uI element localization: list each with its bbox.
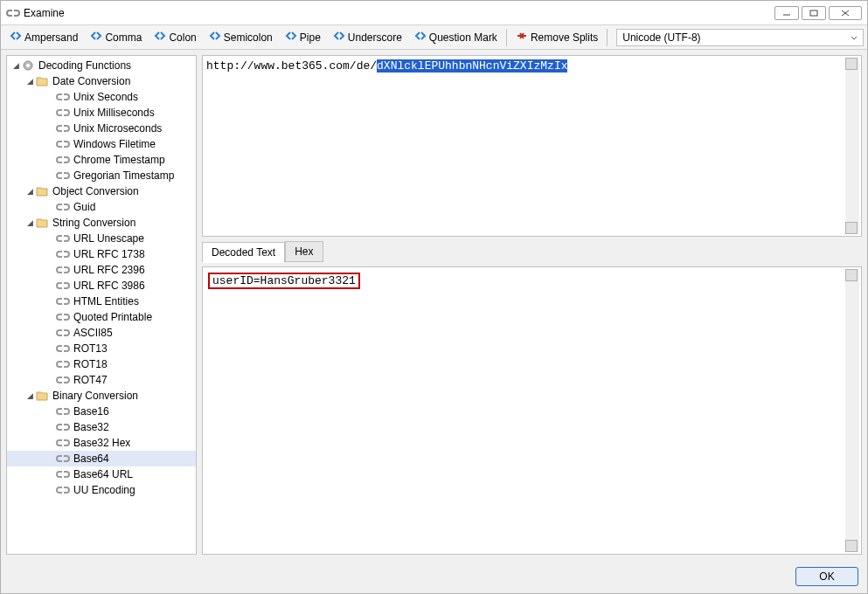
tree-item[interactable]: ROT18	[7, 356, 196, 372]
folder-icon	[35, 217, 49, 229]
tree-item[interactable]: Windows Filetime	[7, 136, 196, 152]
toolbar-colon[interactable]: Colon	[149, 28, 201, 46]
tree-group[interactable]: ◢Object Conversion	[7, 183, 196, 199]
toolbar-question-mark[interactable]: Question Mark	[409, 28, 503, 46]
tree-group[interactable]: ◢Date Conversion	[7, 73, 196, 89]
chain-icon	[56, 280, 70, 292]
tree-item[interactable]: Chrome Timestamp	[7, 152, 196, 168]
toolbar-remove-splits[interactable]: Remove Splits	[510, 28, 603, 46]
remove-split-icon	[516, 31, 528, 44]
tree-group[interactable]: ◢Binary Conversion	[7, 388, 196, 404]
window-title: Examine	[24, 7, 65, 19]
chain-icon	[56, 138, 70, 150]
input-highlighted: dXNlcklEPUhhbnNHcnViZXIzMzIx	[377, 59, 567, 73]
split-icon	[285, 31, 297, 44]
split-icon	[90, 31, 102, 44]
output-textarea[interactable]: userID=HansGruber3321	[202, 266, 862, 555]
tree-item[interactable]: Guid	[7, 199, 196, 215]
chevron-down-icon	[851, 31, 858, 44]
titlebar: Examine	[1, 1, 867, 25]
input-plain: http://www.bet365.com/de/	[206, 59, 377, 73]
chain-icon	[56, 437, 70, 449]
tree-toggle-icon[interactable]: ◢	[10, 61, 21, 70]
chain-icon	[56, 421, 70, 433]
encoding-select[interactable]: Unicode (UTF-8)	[616, 29, 864, 46]
tree-item[interactable]: URL RFC 3986	[7, 278, 196, 294]
toolbar-pipe[interactable]: Pipe	[280, 28, 326, 46]
folder-icon	[35, 75, 49, 87]
chain-icon	[56, 342, 70, 355]
split-icon	[154, 31, 166, 44]
toolbar-comma[interactable]: Comma	[85, 28, 147, 46]
tree-toggle-icon[interactable]: ◢	[24, 77, 35, 86]
tree-root[interactable]: ◢Decoding Functions	[7, 58, 196, 73]
tab-hex[interactable]: Hex	[285, 241, 323, 262]
split-icon	[333, 31, 345, 44]
tree-item[interactable]: Unix Microseconds	[7, 121, 196, 136]
footer: OK	[1, 560, 867, 593]
scrollbar[interactable]	[845, 58, 859, 234]
tree-item[interactable]: Gregorian Timestamp	[7, 168, 196, 183]
chain-icon	[56, 358, 70, 370]
chain-icon	[56, 248, 70, 260]
folder-icon	[35, 185, 49, 197]
tree-item[interactable]: Unix Seconds	[7, 89, 196, 105]
output-text: userID=HansGruber3321	[208, 273, 360, 289]
tree-item[interactable]: Base16	[7, 404, 196, 419]
toolbar-underscore[interactable]: Underscore	[328, 28, 407, 46]
toolbar-semicolon[interactable]: Semicolon	[204, 28, 278, 46]
chain-icon	[56, 484, 70, 496]
tree-item[interactable]: Unix Milliseconds	[7, 105, 196, 121]
tree-item[interactable]: URL RFC 2396	[7, 262, 196, 278]
tree-item[interactable]: Base32 Hex	[7, 435, 196, 451]
gear-icon	[21, 59, 35, 72]
scrollbar[interactable]	[845, 269, 859, 552]
folder-icon	[35, 390, 49, 402]
app-icon	[6, 9, 20, 17]
chain-icon	[56, 201, 70, 213]
sidebar[interactable]: ◢Decoding Functions◢Date ConversionUnix …	[6, 55, 197, 555]
tree-item[interactable]: URL Unescape	[7, 231, 196, 246]
output-tabs: Decoded TextHex	[202, 241, 862, 262]
tree-item[interactable]: Base64 URL	[7, 466, 196, 482]
chain-icon	[56, 154, 70, 166]
tree-item[interactable]: Base64	[7, 451, 196, 466]
chain-icon	[56, 169, 70, 182]
maximize-button[interactable]	[802, 6, 826, 20]
split-icon	[10, 31, 22, 44]
split-icon	[209, 31, 221, 44]
tree-item[interactable]: URL RFC 1738	[7, 246, 196, 262]
chain-icon	[56, 232, 70, 245]
tree-item[interactable]: ASCII85	[7, 325, 196, 341]
tree-group[interactable]: ◢String Conversion	[7, 215, 196, 231]
input-textarea[interactable]: http://www.bet365.com/de/dXNlcklEPUhhbnN…	[202, 55, 862, 237]
app-window: Examine AmpersandCommaColonSemicolonPipe…	[0, 0, 868, 594]
chain-icon	[56, 468, 70, 480]
chain-icon	[56, 122, 70, 135]
svg-point-5	[26, 64, 30, 67]
chain-icon	[56, 295, 70, 307]
chain-icon	[56, 405, 70, 418]
chain-icon	[56, 452, 70, 465]
chain-icon	[56, 327, 70, 339]
tree-item[interactable]: UU Encoding	[7, 482, 196, 498]
chain-icon	[56, 374, 70, 386]
tree-item[interactable]: Quoted Printable	[7, 309, 196, 325]
tree-toggle-icon[interactable]: ◢	[24, 391, 35, 400]
chain-icon	[56, 311, 70, 323]
tree-item[interactable]: ROT47	[7, 372, 196, 388]
ok-button[interactable]: OK	[795, 567, 858, 586]
close-button[interactable]	[829, 6, 862, 20]
tree-item[interactable]: HTML Entities	[7, 294, 196, 309]
tree-toggle-icon[interactable]: ◢	[24, 187, 35, 196]
toolbar: AmpersandCommaColonSemicolonPipeUndersco…	[1, 25, 867, 50]
chain-icon	[56, 91, 70, 103]
tree-item[interactable]: Base32	[7, 419, 196, 435]
tree-toggle-icon[interactable]: ◢	[24, 218, 35, 227]
chain-icon	[56, 107, 70, 119]
tree-item[interactable]: ROT13	[7, 341, 196, 356]
svg-rect-1	[810, 10, 817, 16]
toolbar-ampersand[interactable]: Ampersand	[4, 28, 83, 46]
minimize-button[interactable]	[774, 6, 799, 20]
tab-decoded-text[interactable]: Decoded Text	[202, 242, 285, 263]
